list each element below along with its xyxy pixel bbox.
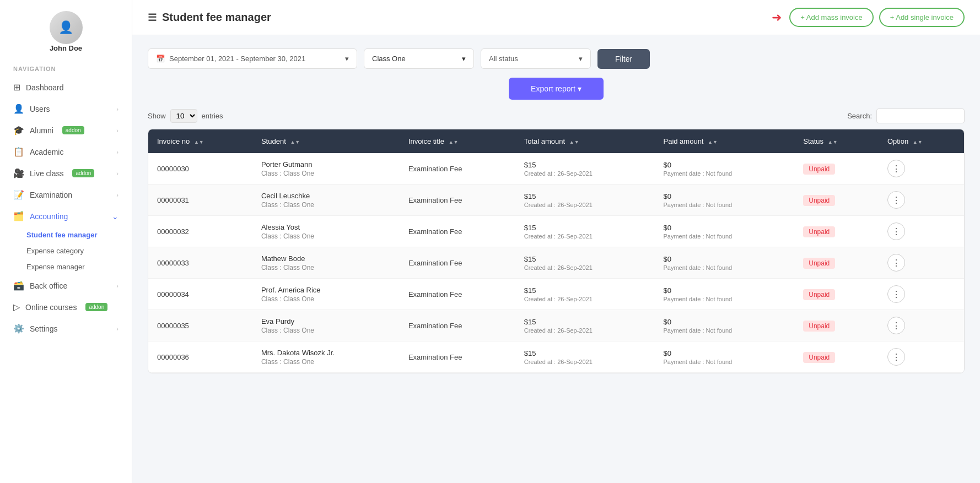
add-single-invoice-button[interactable]: + Add single invoice (879, 8, 965, 27)
page-title-container: ☰ Student fee manager (148, 11, 271, 24)
sidebar-item-users[interactable]: 👤 Users › (0, 98, 132, 120)
student-name: Mrs. Dakota Wisozk Jr. (261, 349, 391, 357)
sort-icon[interactable]: ▲▼ (828, 139, 838, 145)
chevron-icon: › (116, 325, 119, 332)
onlinecourses-badge: addon (85, 303, 107, 311)
sort-icon[interactable]: ▲▼ (194, 139, 204, 145)
calendar-icon: 📅 (156, 55, 165, 63)
cell-invoice-title: Examination Fee (400, 247, 515, 279)
col-student: Student ▲▼ (252, 129, 400, 153)
options-button[interactable]: ⋮ (887, 160, 905, 177)
alumni-icon: 🎓 (13, 125, 24, 135)
date-range-filter[interactable]: 📅 September 01, 2021 - September 30, 202… (148, 48, 357, 69)
table-controls: Show 10 25 50 entries Search: (148, 108, 965, 123)
cell-status: Unpaid (794, 341, 879, 373)
options-button[interactable]: ⋮ (887, 348, 905, 366)
cell-total-amount: $15 Created at : 26-Sep-2021 (515, 310, 655, 341)
sidebar-item-examination[interactable]: 📝 Examination › (0, 184, 132, 205)
sidebar-item-academic[interactable]: 📋 Academic › (0, 141, 132, 162)
options-button[interactable]: ⋮ (887, 222, 905, 240)
sidebar-sub-item-student-fee-manager[interactable]: Student fee manager (26, 227, 132, 243)
options-button[interactable]: ⋮ (887, 317, 905, 334)
sort-icon[interactable]: ▲▼ (708, 139, 718, 145)
sidebar-item-backoffice[interactable]: 🗃️ Back office › (0, 275, 132, 296)
status-filter[interactable]: All status ▾ (481, 48, 591, 69)
table-row: 00000032 Alessia Yost Class : Class One … (148, 216, 964, 247)
chevron-down-icon: ▾ (345, 55, 349, 63)
sidebar-item-label: Dashboard (26, 83, 64, 92)
add-mass-invoice-button[interactable]: + Add mass invoice (789, 8, 873, 27)
student-class: Class : Class One (261, 170, 391, 177)
dashboard-icon: ⊞ (13, 82, 20, 93)
class-filter[interactable]: Class One ▾ (364, 48, 474, 69)
backoffice-icon: 🗃️ (13, 280, 24, 291)
sidebar-item-accounting[interactable]: 🗂️ Accounting ⌄ (0, 205, 132, 227)
academic-icon: 📋 (13, 146, 24, 157)
sidebar-sub-item-expense-category[interactable]: Expense category (26, 243, 132, 259)
payment-date: Payment date : Not found (663, 233, 785, 240)
col-status: Status ▲▼ (794, 129, 879, 153)
sidebar-item-alumni[interactable]: 🎓 Alumni addon › (0, 120, 132, 141)
sidebar-item-dashboard[interactable]: ⊞ Dashboard (0, 77, 132, 98)
col-paid-amount: Paid amount ▲▼ (654, 129, 794, 153)
export-report-button[interactable]: Export report ▾ (509, 78, 604, 100)
cell-status: Unpaid (794, 310, 879, 341)
main-content: ☰ Student fee manager ➜ + Add mass invoi… (132, 0, 980, 483)
sidebar-item-settings[interactable]: ⚙️ Settings › (0, 318, 132, 339)
cell-invoice-no: 00000035 (148, 310, 252, 341)
cell-option: ⋮ (879, 153, 964, 184)
cell-option: ⋮ (879, 184, 964, 216)
cell-invoice-no: 00000034 (148, 279, 252, 310)
payment-date: Payment date : Not found (663, 296, 785, 302)
table-row: 00000035 Eva Purdy Class : Class One Exa… (148, 310, 964, 341)
total-amount-value: $15 (524, 161, 646, 169)
chevron-down-icon: ▾ (462, 55, 466, 63)
table-row: 00000036 Mrs. Dakota Wisozk Jr. Class : … (148, 341, 964, 373)
cell-paid-amount: $0 Payment date : Not found (654, 216, 794, 247)
chevron-icon: › (116, 127, 119, 134)
cell-student: Mathew Bode Class : Class One (252, 247, 400, 279)
cell-option: ⋮ (879, 310, 964, 341)
cell-option: ⋮ (879, 216, 964, 247)
filter-button[interactable]: Filter (597, 49, 650, 69)
avatar: 👤 (50, 11, 83, 44)
sidebar-item-onlinecourses[interactable]: ▷ Online courses addon (0, 296, 132, 318)
sidebar-sub-item-expense-manager[interactable]: Expense manager (26, 259, 132, 275)
student-name: Cecil Leuschke (261, 192, 391, 200)
entries-label: entries (202, 112, 223, 120)
sidebar-item-label: Accounting (30, 212, 68, 221)
data-table: Invoice no ▲▼ Student ▲▼ Invoice title ▲… (148, 129, 965, 373)
paid-amount-value: $0 (663, 349, 785, 357)
chevron-icon: › (116, 283, 119, 289)
col-option: Option ▲▼ (879, 129, 964, 153)
search-input[interactable] (876, 108, 965, 123)
page-title-icon: ☰ (148, 12, 157, 24)
created-at: Created at : 26-Sep-2021 (524, 327, 646, 334)
sidebar: 👤 John Doe NAVIGATION ⊞ Dashboard 👤 User… (0, 0, 132, 483)
sidebar-item-label: Alumni (30, 126, 53, 135)
cell-invoice-title: Examination Fee (400, 341, 515, 373)
chevron-icon: › (116, 149, 119, 155)
sidebar-item-liveclass[interactable]: 🎥 Live class addon › (0, 162, 132, 184)
student-name: Porter Gutmann (261, 160, 391, 169)
sidebar-username: John Doe (50, 44, 82, 52)
options-button[interactable]: ⋮ (887, 254, 905, 272)
status-badge: Unpaid (803, 226, 835, 237)
student-class: Class : Class One (261, 358, 391, 366)
student-name: Eva Purdy (261, 317, 391, 325)
payment-date: Payment date : Not found (663, 327, 785, 334)
cell-invoice-title: Examination Fee (400, 153, 515, 184)
content-area: 📅 September 01, 2021 - September 30, 202… (132, 35, 980, 483)
sort-icon[interactable]: ▲▼ (569, 139, 579, 145)
sort-icon[interactable]: ▲▼ (913, 139, 923, 145)
table-row: 00000034 Prof. America Rice Class : Clas… (148, 279, 964, 310)
cell-student: Eva Purdy Class : Class One (252, 310, 400, 341)
options-button[interactable]: ⋮ (887, 285, 905, 303)
entries-select[interactable]: 10 25 50 (170, 109, 197, 123)
cell-option: ⋮ (879, 341, 964, 373)
options-button[interactable]: ⋮ (887, 191, 905, 209)
sort-icon[interactable]: ▲▼ (290, 139, 300, 145)
sort-icon[interactable]: ▲▼ (449, 139, 459, 145)
created-at: Created at : 26-Sep-2021 (524, 359, 646, 365)
sidebar-item-label: Live class (30, 169, 63, 178)
